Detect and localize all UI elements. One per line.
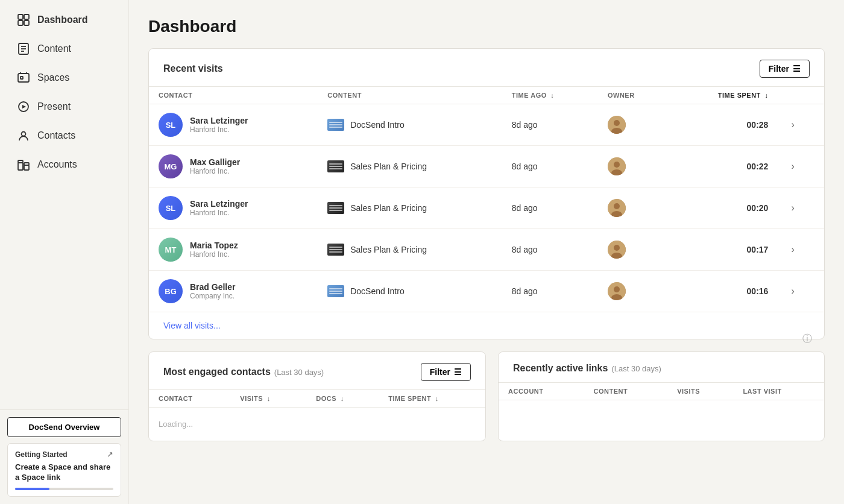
svg-point-27: [614, 245, 620, 251]
recent-visits-filter-button[interactable]: Filter ☰: [760, 60, 810, 78]
getting-started-card: Getting Started ↗ Create a Space and sha…: [7, 443, 121, 497]
expand-cell-1: ›: [778, 146, 824, 187]
sidebar-item-spaces[interactable]: Spaces: [5, 64, 124, 92]
getting-started-header: Getting Started ↗: [15, 450, 113, 459]
recent-visits-header: Recent visits Filter ☰: [149, 49, 824, 86]
time-spent-cell-1: 00:22: [670, 146, 778, 187]
content-name: Sales Plan & Pricing: [350, 162, 427, 171]
contact-cell-3: MT Maria Topez Hanford Inc.: [149, 229, 318, 271]
expand-row-button[interactable]: ›: [787, 118, 798, 131]
spaces-icon: [17, 71, 30, 84]
main-content: Dashboard Recent visits Filter ☰ CONTACT…: [129, 0, 844, 504]
svg-point-24: [614, 203, 620, 209]
svg-rect-2: [18, 20, 23, 25]
sidebar-bottom: DocSend Overview Getting Started ↗ Creat…: [0, 409, 128, 504]
me-col-docs[interactable]: DOCS ↓: [306, 390, 379, 408]
filter-label-2: Filter: [430, 367, 450, 377]
docsend-overview-button[interactable]: DocSend Overview: [7, 417, 121, 437]
time-ago-cell-2: 8d ago: [502, 187, 598, 229]
time-ago-cell-3: 8d ago: [502, 229, 598, 271]
col-content: CONTENT: [318, 87, 502, 104]
col-expand: [778, 87, 824, 104]
external-link-icon[interactable]: ↗: [107, 450, 113, 459]
owner-cell-1: [598, 146, 670, 187]
dashboard-icon: [17, 13, 30, 27]
svg-point-30: [614, 286, 620, 292]
filter-label: Filter: [769, 64, 789, 74]
expand-cell-2: ›: [778, 187, 824, 229]
me-col-time-spent[interactable]: TIME SPENT ↓: [379, 390, 485, 408]
time-spent-cell-4: 00:16: [670, 271, 778, 312]
doc-thumbnail: [327, 202, 344, 214]
expand-row-button[interactable]: ›: [787, 201, 798, 215]
content-name: Sales Plan & Pricing: [350, 203, 427, 213]
contact-company: Hanford Inc.: [190, 209, 248, 217]
time-spent-cell-2: 00:20: [670, 187, 778, 229]
most-engaged-tbody: Loading...: [149, 408, 485, 441]
owner-avatar-img: [608, 241, 626, 259]
most-engaged-filter-button[interactable]: Filter ☰: [421, 363, 471, 381]
most-engaged-header: Most engaged contacts (Last 30 days) Fil…: [149, 352, 485, 389]
visits-tbody: SL Sara Letzinger Hanford Inc. DocSend I…: [149, 104, 824, 312]
owner-avatar: [608, 241, 626, 259]
svg-rect-13: [18, 163, 23, 170]
sidebar-item-dashboard[interactable]: Dashboard: [5, 6, 124, 34]
sidebar-item-label: Content: [37, 43, 71, 54]
col-contact: CONTACT: [149, 87, 318, 104]
contacts-icon: [17, 129, 30, 142]
recently-active-title: Recently active links: [513, 363, 608, 374]
time-spent-cell-0: 00:28: [670, 104, 778, 146]
page-title: Dashboard: [148, 17, 825, 36]
sidebar-item-accounts[interactable]: Accounts: [5, 151, 124, 178]
content-name: DocSend Intro: [350, 286, 405, 296]
doc-thumbnail: [327, 160, 344, 172]
sidebar-item-label: Spaces: [37, 72, 69, 83]
doc-thumbnail: [327, 285, 344, 297]
ra-col-last-visit: LAST VISIT: [733, 383, 824, 400]
most-engaged-title-group: Most engaged contacts (Last 30 days): [163, 367, 324, 377]
sidebar-item-contacts[interactable]: Contacts: [5, 122, 124, 150]
view-all-visits-link[interactable]: View all visits...: [149, 312, 824, 339]
recently-active-panel: Recently active links (Last 30 days) ACC…: [498, 351, 825, 441]
col-owner: OWNER: [598, 87, 670, 104]
contact-name: Maria Topez: [190, 241, 238, 250]
owner-cell-0: [598, 104, 670, 146]
content-cell-0: DocSend Intro: [318, 104, 502, 146]
svg-point-21: [614, 162, 620, 168]
sidebar-item-content[interactable]: Content: [5, 35, 124, 63]
owner-cell-4: [598, 271, 670, 312]
filter-icon-2: ☰: [454, 367, 462, 377]
doc-thumbnail: [327, 119, 344, 131]
table-row: Loading...: [149, 408, 485, 441]
expand-row-button[interactable]: ›: [787, 285, 798, 298]
most-engaged-subtitle: (Last 30 days): [274, 368, 324, 377]
svg-point-12: [22, 132, 26, 136]
owner-avatar: [608, 116, 626, 134]
owner-avatar-img: [608, 199, 626, 217]
col-time-spent[interactable]: TIME SPENT ↓: [670, 87, 778, 104]
owner-avatar-img: [608, 116, 626, 134]
expand-row-button[interactable]: ›: [787, 160, 798, 173]
filter-icon: ☰: [793, 64, 801, 74]
svg-rect-14: [18, 160, 23, 163]
avatar: SL: [159, 196, 183, 220]
table-row: SL Sara Letzinger Hanford Inc. Sales Pla…: [149, 187, 824, 229]
content-icon: [17, 42, 30, 55]
me-col-visits[interactable]: VISITS ↓: [230, 390, 306, 408]
owner-avatar: [608, 157, 626, 175]
avatar: BG: [159, 279, 183, 303]
contact-company: Hanford Inc.: [190, 250, 238, 259]
contact-name: Max Galliger: [190, 157, 240, 167]
accounts-icon: [17, 158, 30, 171]
visits-table: CONTACT CONTENT TIME AGO ↓ OWNER TIME SP…: [149, 86, 824, 312]
sidebar-item-label: Dashboard: [37, 14, 88, 25]
recent-visits-title: Recent visits: [163, 63, 223, 74]
owner-avatar-img: [608, 282, 626, 300]
owner-cell-3: [598, 229, 670, 271]
content-cell-1: Sales Plan & Pricing: [318, 146, 502, 187]
sidebar-item-present[interactable]: Present: [5, 93, 124, 121]
col-time-ago[interactable]: TIME AGO ↓: [502, 87, 598, 104]
table-row: BG Brad Geller Company Inc. DocSend Intr…: [149, 271, 824, 312]
bottom-panels: Most engaged contacts (Last 30 days) Fil…: [148, 351, 825, 453]
expand-row-button[interactable]: ›: [787, 243, 798, 256]
